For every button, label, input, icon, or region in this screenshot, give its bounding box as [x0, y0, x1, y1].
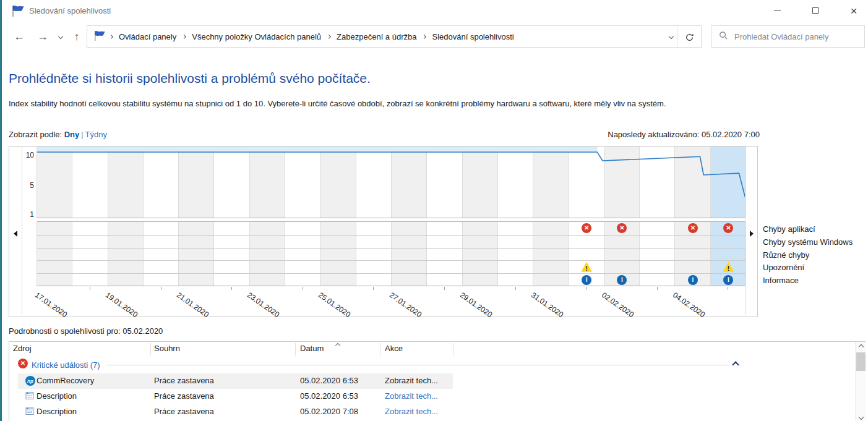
- info-icon: i: [688, 275, 698, 285]
- x-axis-tick: [90, 287, 90, 290]
- day-column[interactable]: [144, 222, 179, 286]
- breadcrumb-dropdown-icon[interactable]: [669, 34, 674, 39]
- x-axis-tick: [586, 287, 587, 290]
- x-axis-tick: [728, 287, 728, 290]
- x-axis-tick: [444, 287, 445, 290]
- close-icon: ×: [850, 5, 857, 17]
- up-button[interactable]: ↑: [69, 22, 85, 51]
- reliability-monitor-window: { "window": { "title": "Sledování spoleh…: [0, 0, 868, 421]
- close-button[interactable]: ×: [840, 0, 868, 21]
- critical-events-group-row[interactable]: ✕ Kritické události (7): [9, 357, 854, 373]
- x-axis-date-label: 27.01.2020: [388, 291, 423, 319]
- stability-plot-area: [37, 147, 746, 218]
- minimize-icon: [774, 11, 781, 11]
- group-label: Kritické události (7): [32, 360, 100, 370]
- window-title: Sledování spolehlivosti: [29, 6, 111, 15]
- breadcrumb-chevron-icon: [109, 34, 113, 38]
- column-divider[interactable]: [150, 342, 151, 355]
- legend-label: Upozornění: [763, 262, 853, 274]
- day-column[interactable]: [215, 222, 250, 286]
- day-column[interactable]: [392, 222, 427, 286]
- view-technical-details-link[interactable]: Zobrazit tech...: [385, 407, 438, 416]
- view-by-label: Zobrazit podle:: [9, 130, 62, 139]
- grid-row-line: [37, 273, 746, 274]
- day-column[interactable]: [498, 222, 533, 286]
- breadcrumb-item[interactable]: Zabezpečení a údržba: [334, 32, 419, 41]
- info-icon: i: [723, 275, 733, 285]
- table-header: ZdrojSouhrnDatumAkce: [9, 342, 854, 356]
- column-divider[interactable]: [453, 342, 453, 355]
- cell-source: CommRecovery: [37, 376, 94, 385]
- column-header-zdroj[interactable]: Zdroj: [13, 344, 32, 353]
- x-axis-tick: [231, 287, 232, 290]
- day-column[interactable]: [72, 222, 108, 286]
- minimize-button[interactable]: [763, 0, 791, 21]
- breadcrumb-item[interactable]: Všechny položky Ovládacích panelů: [189, 32, 324, 41]
- refresh-button[interactable]: [681, 31, 697, 43]
- stability-index-line: [37, 147, 746, 218]
- column-header-souhrn[interactable]: Souhrn: [154, 344, 180, 353]
- x-axis-date-label: 02.02.2020: [600, 291, 635, 319]
- breadcrumb-flag-icon: [93, 30, 106, 43]
- column-header-datum[interactable]: Datum: [300, 344, 324, 353]
- breadcrumb[interactable]: Ovládací panelyVšechny položky Ovládacíc…: [87, 25, 702, 48]
- day-column[interactable]: [285, 222, 320, 286]
- table-row[interactable]: DescriptionPráce zastavena05.02.2020 6:5…: [9, 389, 854, 404]
- column-divider[interactable]: [295, 342, 296, 355]
- cell-source: Description: [37, 391, 77, 401]
- view-separator: |: [79, 130, 85, 139]
- scrollbar-thumb[interactable]: [856, 352, 866, 371]
- x-axis-tick: [657, 287, 658, 290]
- forward-button[interactable]: →: [34, 22, 51, 51]
- breadcrumb-item[interactable]: Sledování spolehlivosti: [429, 32, 516, 41]
- back-button[interactable]: ←: [11, 22, 28, 51]
- critical-error-icon: ✕: [18, 359, 28, 368]
- scroll-down-button[interactable]: [856, 412, 866, 421]
- chart-scroll-left[interactable]: [9, 147, 22, 315]
- grid-row-line: [37, 235, 746, 236]
- day-column[interactable]: [108, 222, 144, 286]
- search-input[interactable]: Prohledat Ovládací panely: [711, 25, 865, 48]
- legend-label: Informace: [763, 274, 853, 287]
- cell-summary: Práce zastavena: [154, 376, 214, 385]
- day-column[interactable]: [640, 222, 675, 286]
- day-column[interactable]: [463, 222, 498, 286]
- view-technical-details-link[interactable]: Zobrazit tech...: [385, 391, 438, 401]
- group-divider: [106, 365, 729, 365]
- day-column[interactable]: [179, 222, 214, 286]
- reliability-flag-icon: [11, 5, 25, 19]
- search-icon: [719, 31, 728, 42]
- history-dropdown-icon[interactable]: [55, 22, 66, 51]
- collapse-group-icon[interactable]: [732, 361, 739, 368]
- search-placeholder: Prohledat Ovládací panely: [734, 32, 828, 41]
- day-column[interactable]: [427, 222, 462, 286]
- scroll-up-icon: [858, 344, 863, 349]
- breadcrumb-item[interactable]: Ovládací panely: [116, 32, 179, 41]
- chart-scroll-right[interactable]: [745, 147, 757, 315]
- scroll-up-button[interactable]: [856, 342, 866, 351]
- breadcrumb-chevron-icon[interactable]: [327, 34, 331, 38]
- day-column[interactable]: [37, 222, 72, 286]
- legend-label: Chyby systému Windows: [763, 236, 853, 249]
- cell-date: 05.02.2020 6:53: [300, 391, 358, 401]
- view-technical-details-link[interactable]: Zobrazit tech...: [385, 376, 438, 385]
- table-scrollbar[interactable]: [855, 342, 866, 421]
- day-column[interactable]: [356, 222, 392, 286]
- view-weeks-link[interactable]: Týdny: [85, 130, 107, 139]
- y-axis-tick-label: 5: [22, 181, 34, 190]
- view-days-link[interactable]: Dny: [64, 130, 80, 139]
- table-row[interactable]: hpCommRecoveryPráce zastavena05.02.2020 …: [9, 373, 854, 389]
- day-column[interactable]: [250, 222, 285, 286]
- column-header-akce[interactable]: Akce: [385, 344, 403, 353]
- details-table: ZdrojSouhrnDatumAkce ✕ Kritické události…: [9, 341, 866, 421]
- day-column[interactable]: [533, 222, 569, 286]
- maximize-button[interactable]: [801, 0, 830, 21]
- navigation-bar: ← → ↑ Ovládací panelyVšechny položky Ovl…: [2, 22, 868, 51]
- breadcrumb-chevron-icon[interactable]: [182, 34, 186, 38]
- info-icon: i: [582, 275, 591, 285]
- column-divider[interactable]: [380, 342, 380, 355]
- day-column[interactable]: [320, 222, 356, 286]
- hp-logo: hp: [25, 376, 35, 386]
- breadcrumb-chevron-icon[interactable]: [422, 34, 426, 38]
- table-row[interactable]: DescriptionPráce zastavena05.02.2020 7:0…: [9, 404, 854, 420]
